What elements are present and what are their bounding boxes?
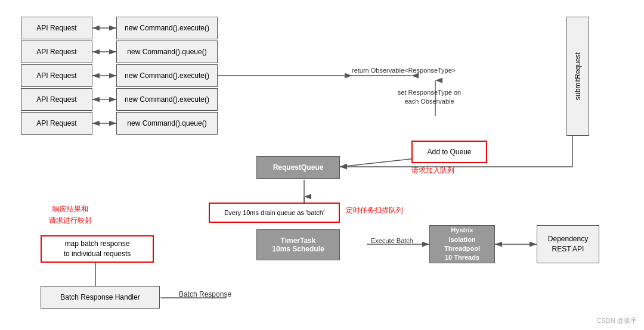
request-queue-box: RequestQueue (256, 156, 340, 179)
execute-batch-label: Execute Batch (371, 237, 413, 244)
batch-response-handler-box: Batch Response Handler (41, 286, 160, 309)
command-4: new Command().execute() (116, 88, 218, 111)
api-request-2: API Request (21, 41, 92, 63)
command-2: new Command().queue() (116, 41, 218, 63)
timer-task-cn-label: 定时任务扫描队列 (346, 206, 403, 216)
api-request-5: API Request (21, 112, 92, 135)
add-to-queue-cn-label: 请求加入队列 (411, 166, 454, 176)
add-to-queue-box: Add to Queue (411, 141, 487, 163)
diagram-container: API Request API Request API Request API … (0, 0, 644, 330)
batch-response-label: Batch Response (179, 290, 231, 298)
return-observable-label: return Observable<ResponseType> (352, 67, 456, 74)
api-request-1: API Request (21, 17, 92, 39)
command-3: new Command().execute() (116, 64, 218, 87)
api-request-4: API Request (21, 88, 92, 111)
set-response-type-label: set ResponseType on each Observable (394, 88, 465, 107)
map-batch-box: map batch response to individual request… (41, 235, 154, 263)
api-request-3: API Request (21, 64, 92, 87)
drain-queue-box: Every 10ms drain queue as 'batch' (209, 203, 340, 223)
submit-request-box: submitRequest (566, 17, 589, 136)
command-1: new Command().execute() (116, 17, 218, 39)
hystrix-pool-box: Hystrix Isolation Threadpool 10 Threads (429, 225, 495, 263)
map-cn-label: 响应结果和 请求进行映射 (49, 204, 92, 226)
dependency-box: Dependency REST API (537, 225, 599, 263)
timer-task-box: TimerTask 10ms Schedule (256, 229, 340, 260)
watermark: CSDN @抓手 (597, 316, 637, 325)
command-5: new Command().queue() (116, 112, 218, 135)
